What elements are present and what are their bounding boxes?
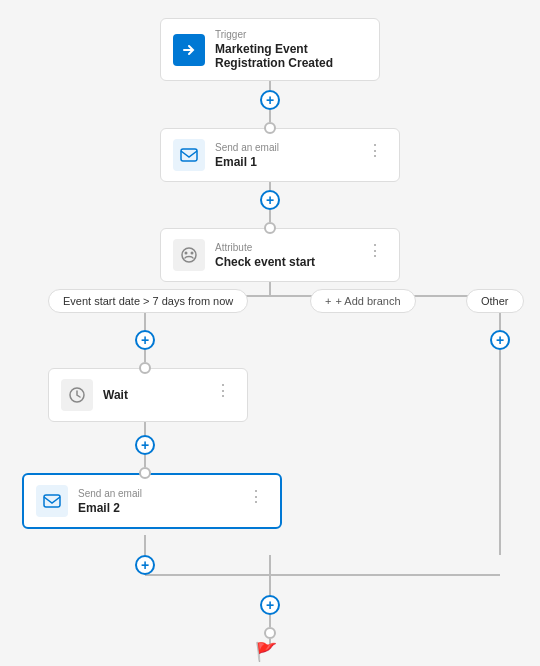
add-branch-icon: +	[325, 295, 331, 307]
exit-node: 🚩 Exit	[255, 641, 277, 666]
wait-card[interactable]: Wait ⋮	[48, 368, 248, 422]
email2-icon	[36, 485, 68, 517]
email1-icon	[173, 139, 205, 171]
workflow-canvas: Trigger Marketing Event Registration Cre…	[0, 0, 540, 666]
other-branch-pill[interactable]: Other	[466, 289, 524, 313]
add-step-5-button[interactable]: +	[135, 555, 155, 575]
add-step-3-button[interactable]: +	[135, 330, 155, 350]
trigger-card[interactable]: Trigger Marketing Event Registration Cre…	[160, 18, 380, 81]
svg-rect-22	[181, 149, 197, 161]
email1-menu[interactable]: ⋮	[363, 139, 387, 162]
connector-5	[264, 627, 276, 639]
wait-menu[interactable]: ⋮	[211, 379, 235, 402]
email2-title: Email 2	[78, 501, 234, 515]
add-step-1-button[interactable]: +	[260, 90, 280, 110]
trigger-label: Trigger	[215, 29, 367, 40]
email1-title: Email 1	[215, 155, 353, 169]
add-step-2-button[interactable]: +	[260, 190, 280, 210]
email1-content: Send an email Email 1	[215, 142, 353, 169]
add-step-6-button[interactable]: +	[260, 595, 280, 615]
connector-2	[264, 222, 276, 234]
branch-condition-pill[interactable]: Event start date > 7 days from now	[48, 289, 248, 313]
connector-4	[139, 467, 151, 479]
other-label: Other	[481, 295, 509, 307]
attribute-icon	[173, 239, 205, 271]
email1-label: Send an email	[215, 142, 353, 153]
trigger-content: Trigger Marketing Event Registration Cre…	[215, 29, 367, 70]
wait-content: Wait	[103, 388, 201, 402]
attribute-menu[interactable]: ⋮	[363, 239, 387, 262]
svg-point-25	[191, 252, 194, 255]
wait-title: Wait	[103, 388, 201, 402]
email2-menu[interactable]: ⋮	[244, 485, 268, 508]
branch-condition-text: Event start date > 7 days from now	[63, 295, 233, 307]
trigger-title: Marketing Event Registration Created	[215, 42, 367, 70]
add-branch-label: + Add branch	[335, 295, 400, 307]
email1-card[interactable]: Send an email Email 1 ⋮	[160, 128, 400, 182]
attribute-content: Attribute Check event start	[215, 242, 353, 269]
attribute-card[interactable]: Attribute Check event start ⋮	[160, 228, 400, 282]
trigger-icon	[173, 34, 205, 66]
wait-icon	[61, 379, 93, 411]
add-branch-button[interactable]: + + Add branch	[310, 289, 416, 313]
add-step-other-button[interactable]: +	[490, 330, 510, 350]
svg-rect-27	[44, 495, 60, 507]
email2-card[interactable]: Send an email Email 2 ⋮	[22, 473, 282, 529]
connector-3	[139, 362, 151, 374]
attribute-title: Check event start	[215, 255, 353, 269]
add-step-4-button[interactable]: +	[135, 435, 155, 455]
attribute-label: Attribute	[215, 242, 353, 253]
connector-1	[264, 122, 276, 134]
email2-label: Send an email	[78, 488, 234, 499]
svg-point-23	[182, 248, 196, 262]
svg-point-24	[185, 252, 188, 255]
email2-content: Send an email Email 2	[78, 488, 234, 515]
